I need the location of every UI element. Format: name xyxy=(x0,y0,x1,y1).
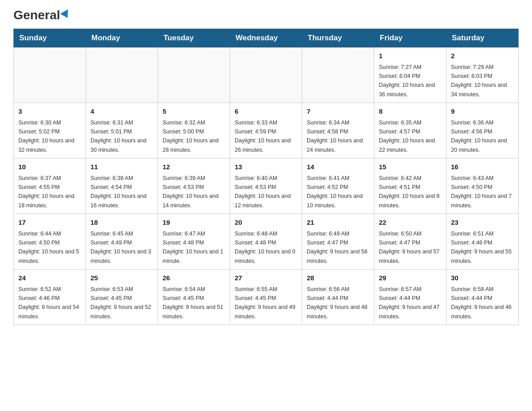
day-info: Sunrise: 6:31 AMSunset: 5:01 PMDaylight:… xyxy=(90,120,146,153)
day-info: Sunrise: 6:36 AMSunset: 4:56 PMDaylight:… xyxy=(451,120,507,153)
calendar-cell: 12Sunrise: 6:39 AMSunset: 4:53 PMDayligh… xyxy=(158,158,230,214)
calendar-cell xyxy=(230,47,302,103)
day-info: Sunrise: 7:27 AMSunset: 6:04 PMDaylight:… xyxy=(379,64,435,98)
calendar-cell: 20Sunrise: 6:48 AMSunset: 4:48 PMDayligh… xyxy=(230,214,302,270)
logo-triangle-icon xyxy=(60,9,72,20)
calendar-cell: 6Sunrise: 6:33 AMSunset: 4:59 PMDaylight… xyxy=(230,103,302,158)
calendar-cell: 17Sunrise: 6:44 AMSunset: 4:50 PMDayligh… xyxy=(14,214,86,270)
day-number: 12 xyxy=(163,162,225,172)
calendar-cell: 23Sunrise: 6:51 AMSunset: 4:46 PMDayligh… xyxy=(446,214,519,270)
calendar-cell: 25Sunrise: 6:53 AMSunset: 4:45 PMDayligh… xyxy=(86,270,158,325)
calendar-cell: 9Sunrise: 6:36 AMSunset: 4:56 PMDaylight… xyxy=(446,103,519,158)
day-number: 27 xyxy=(235,273,297,283)
day-number: 2 xyxy=(451,51,514,61)
day-number: 15 xyxy=(379,162,442,172)
calendar-cell: 22Sunrise: 6:50 AMSunset: 4:47 PMDayligh… xyxy=(374,214,446,270)
calendar-cell: 7Sunrise: 6:34 AMSunset: 4:58 PMDaylight… xyxy=(302,103,374,158)
calendar-cell: 3Sunrise: 6:30 AMSunset: 5:02 PMDaylight… xyxy=(14,103,86,158)
day-number: 11 xyxy=(90,162,153,172)
week-row-4: 17Sunrise: 6:44 AMSunset: 4:50 PMDayligh… xyxy=(14,214,519,270)
week-row-3: 10Sunrise: 6:37 AMSunset: 4:55 PMDayligh… xyxy=(14,158,519,214)
day-number: 17 xyxy=(18,218,81,228)
weekday-header-sunday: Sunday xyxy=(14,29,86,47)
day-number: 5 xyxy=(163,107,225,117)
calendar-cell: 11Sunrise: 6:38 AMSunset: 4:54 PMDayligh… xyxy=(86,158,158,214)
day-number: 22 xyxy=(379,218,442,228)
logo: General xyxy=(13,9,70,20)
day-number: 4 xyxy=(90,107,153,117)
weekday-header-monday: Monday xyxy=(86,29,158,47)
day-info: Sunrise: 6:32 AMSunset: 5:00 PMDaylight:… xyxy=(163,120,219,153)
day-number: 14 xyxy=(307,162,369,172)
calendar-cell: 8Sunrise: 6:35 AMSunset: 4:57 PMDaylight… xyxy=(374,103,446,158)
day-number: 20 xyxy=(235,218,297,228)
calendar-cell: 21Sunrise: 6:49 AMSunset: 4:47 PMDayligh… xyxy=(302,214,374,270)
day-number: 18 xyxy=(90,218,153,228)
day-info: Sunrise: 6:58 AMSunset: 4:44 PMDaylight:… xyxy=(451,286,512,320)
calendar-cell: 2Sunrise: 7:29 AMSunset: 6:03 PMDaylight… xyxy=(446,47,519,103)
day-info: Sunrise: 6:48 AMSunset: 4:48 PMDaylight:… xyxy=(235,231,296,264)
day-number: 26 xyxy=(163,273,225,283)
day-number: 7 xyxy=(307,107,369,117)
week-row-2: 3Sunrise: 6:30 AMSunset: 5:02 PMDaylight… xyxy=(14,103,519,158)
day-info: Sunrise: 6:55 AMSunset: 4:45 PMDaylight:… xyxy=(235,286,296,320)
calendar-cell: 26Sunrise: 6:54 AMSunset: 4:45 PMDayligh… xyxy=(158,270,230,325)
day-info: Sunrise: 6:42 AMSunset: 4:51 PMDaylight:… xyxy=(379,175,440,209)
day-info: Sunrise: 6:34 AMSunset: 4:58 PMDaylight:… xyxy=(307,120,363,153)
day-number: 19 xyxy=(163,218,225,228)
day-number: 10 xyxy=(18,162,81,172)
calendar-cell xyxy=(302,47,374,103)
calendar-cell: 16Sunrise: 6:43 AMSunset: 4:50 PMDayligh… xyxy=(446,158,519,214)
calendar-cell: 4Sunrise: 6:31 AMSunset: 5:01 PMDaylight… xyxy=(86,103,158,158)
day-info: Sunrise: 6:53 AMSunset: 4:45 PMDaylight:… xyxy=(90,286,151,320)
day-info: Sunrise: 6:44 AMSunset: 4:50 PMDaylight:… xyxy=(18,231,79,264)
day-number: 3 xyxy=(18,107,81,117)
day-number: 29 xyxy=(379,273,442,283)
day-info: Sunrise: 6:56 AMSunset: 4:44 PMDaylight:… xyxy=(307,286,368,320)
week-row-5: 24Sunrise: 6:52 AMSunset: 4:46 PMDayligh… xyxy=(14,270,519,325)
page-header: General xyxy=(13,9,519,20)
day-number: 28 xyxy=(307,273,369,283)
day-number: 8 xyxy=(379,107,442,117)
calendar-cell: 18Sunrise: 6:45 AMSunset: 4:49 PMDayligh… xyxy=(86,214,158,270)
weekday-header-row: SundayMondayTuesdayWednesdayThursdayFrid… xyxy=(14,29,519,47)
calendar-cell: 19Sunrise: 6:47 AMSunset: 4:48 PMDayligh… xyxy=(158,214,230,270)
day-info: Sunrise: 6:33 AMSunset: 4:59 PMDaylight:… xyxy=(235,120,291,153)
calendar-cell xyxy=(158,47,230,103)
calendar-cell: 1Sunrise: 7:27 AMSunset: 6:04 PMDaylight… xyxy=(374,47,446,103)
day-info: Sunrise: 6:57 AMSunset: 4:44 PMDaylight:… xyxy=(379,286,440,320)
day-info: Sunrise: 6:54 AMSunset: 4:45 PMDaylight:… xyxy=(163,286,223,320)
calendar-cell: 24Sunrise: 6:52 AMSunset: 4:46 PMDayligh… xyxy=(14,270,86,325)
day-info: Sunrise: 6:37 AMSunset: 4:55 PMDaylight:… xyxy=(18,175,74,209)
calendar-cell xyxy=(86,47,158,103)
calendar-cell: 15Sunrise: 6:42 AMSunset: 4:51 PMDayligh… xyxy=(374,158,446,214)
day-info: Sunrise: 6:39 AMSunset: 4:53 PMDaylight:… xyxy=(163,175,219,209)
weekday-header-wednesday: Wednesday xyxy=(230,29,302,47)
day-info: Sunrise: 6:38 AMSunset: 4:54 PMDaylight:… xyxy=(90,175,146,209)
weekday-header-friday: Friday xyxy=(374,29,446,47)
day-number: 25 xyxy=(90,273,153,283)
day-info: Sunrise: 6:30 AMSunset: 5:02 PMDaylight:… xyxy=(18,120,74,153)
week-row-1: 1Sunrise: 7:27 AMSunset: 6:04 PMDaylight… xyxy=(14,47,519,103)
calendar-cell: 5Sunrise: 6:32 AMSunset: 5:00 PMDaylight… xyxy=(158,103,230,158)
calendar-cell: 29Sunrise: 6:57 AMSunset: 4:44 PMDayligh… xyxy=(374,270,446,325)
weekday-header-saturday: Saturday xyxy=(446,29,519,47)
day-number: 9 xyxy=(451,107,514,117)
calendar-cell: 28Sunrise: 6:56 AMSunset: 4:44 PMDayligh… xyxy=(302,270,374,325)
day-info: Sunrise: 6:49 AMSunset: 4:47 PMDaylight:… xyxy=(307,231,368,264)
day-info: Sunrise: 6:40 AMSunset: 4:53 PMDaylight:… xyxy=(235,175,291,209)
day-info: Sunrise: 6:43 AMSunset: 4:50 PMDaylight:… xyxy=(451,175,512,209)
day-number: 1 xyxy=(379,51,442,61)
day-number: 21 xyxy=(307,218,369,228)
day-info: Sunrise: 6:51 AMSunset: 4:46 PMDaylight:… xyxy=(451,231,512,264)
calendar-cell: 14Sunrise: 6:41 AMSunset: 4:52 PMDayligh… xyxy=(302,158,374,214)
day-number: 24 xyxy=(18,273,81,283)
day-number: 6 xyxy=(235,107,297,117)
day-info: Sunrise: 6:45 AMSunset: 4:49 PMDaylight:… xyxy=(90,231,151,264)
weekday-header-thursday: Thursday xyxy=(302,29,374,47)
day-info: Sunrise: 7:29 AMSunset: 6:03 PMDaylight:… xyxy=(451,64,507,98)
calendar-cell: 30Sunrise: 6:58 AMSunset: 4:44 PMDayligh… xyxy=(446,270,519,325)
calendar-table: SundayMondayTuesdayWednesdayThursdayFrid… xyxy=(13,29,519,325)
day-number: 30 xyxy=(451,273,514,283)
day-number: 16 xyxy=(451,162,514,172)
